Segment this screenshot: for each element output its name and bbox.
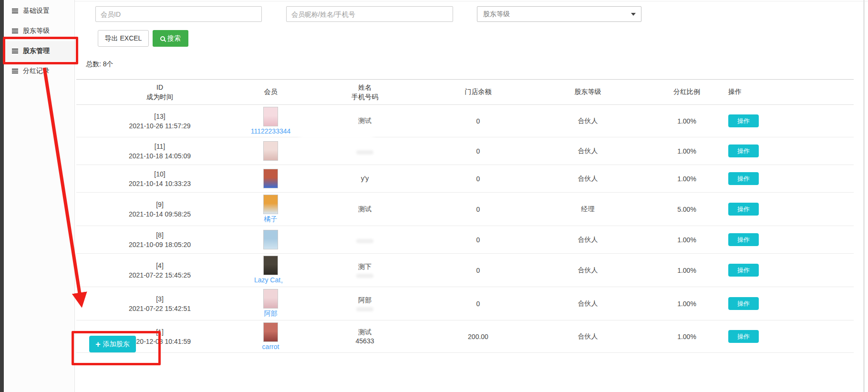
member-avatar — [263, 230, 278, 249]
table-header-row: ID成为时间 会员 姓名手机号码 门店余额 股东等级 分红比例 操作 — [76, 79, 854, 105]
shareholder-table: ID成为时间 会员 姓名手机号码 门店余额 股东等级 分红比例 操作 [13] … — [76, 79, 854, 353]
member-name-value: y'y — [298, 174, 432, 183]
member-id-input[interactable] — [95, 6, 262, 22]
sidebar-item-label: 股东等级 — [23, 27, 50, 35]
shareholder-management-page: 基础设置 股东等级 股东管理 分红记录 股东等级 导出 EXCEL 搜索 总数:… — [0, 0, 868, 392]
member-name-value: 测下 — [298, 262, 432, 271]
cell-balance: 200.00 — [432, 333, 525, 340]
member-nickname-link[interactable]: 11122233344 — [243, 127, 298, 135]
row-action-button[interactable]: 操作 — [728, 203, 759, 216]
list-menu-icon — [12, 69, 18, 70]
cell-balance: 0 — [432, 175, 525, 183]
member-avatar — [263, 256, 278, 275]
member-name-value: 测试 — [298, 328, 432, 337]
member-avatar — [263, 169, 278, 188]
member-id-value: [1] — [76, 327, 243, 337]
row-action-button[interactable]: 操作 — [728, 172, 759, 185]
col-header-ratio: 分红比例 — [651, 88, 723, 96]
member-name-value: 测试 — [298, 205, 432, 214]
member-avatar — [263, 289, 278, 309]
cell-action: 操作 — [723, 330, 854, 343]
cell-ratio: 1.00% — [651, 267, 723, 274]
sidebar-item-2[interactable]: 股东管理 — [4, 41, 74, 61]
member-nickname-link[interactable]: carrot — [243, 343, 298, 351]
cell-ratio: 1.00% — [651, 236, 723, 244]
cell-balance: 0 — [432, 267, 525, 274]
redacted-smudge — [356, 307, 373, 311]
sidebar-item-0[interactable]: 基础设置 — [4, 1, 74, 21]
sidebar-item-1[interactable]: 股东等级 — [4, 21, 74, 41]
sidebar: 基础设置 股东等级 股东管理 分红记录 — [4, 0, 75, 392]
cell-member: 橘子 — [243, 195, 298, 224]
member-id-value: [13] — [76, 112, 243, 121]
add-shareholder-button[interactable]: + 添加股东 — [89, 336, 136, 352]
cell-name: 测下 — [298, 262, 432, 278]
cell-member — [243, 169, 298, 188]
table-row: [13] 2021-10-26 11:57:29 11122233344 测试 … — [76, 105, 854, 137]
add-shareholder-label: 添加股东 — [103, 340, 130, 349]
list-menu-icon — [12, 9, 18, 10]
cell-level: 合伙人 — [525, 117, 651, 125]
sidebar-item-3[interactable]: 分红记录 — [4, 61, 74, 81]
col-header-action: 操作 — [723, 88, 854, 96]
col-header-id: ID成为时间 — [76, 83, 243, 102]
table-row: [9] 2021-10-14 09:58:25 橘子 测试 0 经理 5.00%… — [76, 193, 854, 226]
sidebar-item-label: 基础设置 — [23, 7, 50, 15]
member-avatar — [263, 141, 278, 161]
row-action-button[interactable]: 操作 — [728, 297, 759, 310]
row-action-button[interactable]: 操作 — [728, 144, 759, 157]
table-row: [4] 2021-07-22 15:45:25 Lazy Cat。 测下 0 合… — [76, 254, 854, 287]
member-id-value: [8] — [76, 230, 243, 240]
cell-id-time: [13] 2021-10-26 11:57:29 — [76, 112, 243, 131]
level-select-value: 股东等级 — [483, 10, 510, 19]
member-name-value: 阿部 — [298, 296, 432, 305]
table-row: [10] 2021-10-14 10:33:23 y'y 0 合伙人 1.00%… — [76, 165, 854, 193]
redacted-smudge — [356, 274, 373, 278]
cell-ratio: 5.00% — [651, 206, 723, 213]
cell-level: 经理 — [525, 205, 651, 214]
col-header-member: 会员 — [243, 88, 298, 96]
cell-id-time: [4] 2021-07-22 15:45:25 — [76, 261, 243, 280]
cell-action: 操作 — [723, 203, 854, 216]
cell-id-time: [10] 2021-10-14 10:33:23 — [76, 169, 243, 188]
member-id-value: [4] — [76, 261, 243, 270]
row-action-button[interactable]: 操作 — [728, 330, 759, 343]
export-excel-button[interactable]: 导出 EXCEL — [98, 30, 149, 47]
member-id-value: [3] — [76, 294, 243, 304]
member-name-value: 测试 — [298, 116, 432, 125]
cell-action: 操作 — [723, 172, 854, 185]
cell-id-time: [11] 2021-10-18 14:05:09 — [76, 142, 243, 161]
cell-level: 合伙人 — [525, 332, 651, 341]
cell-name: 测试 — [298, 205, 432, 214]
row-action-button[interactable]: 操作 — [728, 264, 759, 277]
cell-name: y'y — [298, 174, 432, 183]
table-body: [13] 2021-10-26 11:57:29 11122233344 测试 … — [76, 105, 854, 353]
col-header-level: 股东等级 — [525, 88, 651, 96]
cell-level: 合伙人 — [525, 236, 651, 244]
row-action-button[interactable]: 操作 — [728, 233, 759, 246]
list-menu-icon — [12, 29, 18, 30]
join-time-value: 2021-07-22 15:42:51 — [76, 304, 243, 313]
cell-action: 操作 — [723, 144, 854, 157]
cell-level: 合伙人 — [525, 147, 651, 155]
cell-name — [298, 148, 432, 155]
member-nickname-link[interactable]: Lazy Cat。 — [243, 276, 298, 285]
member-avatar — [263, 195, 278, 214]
level-select[interactable]: 股东等级 — [477, 6, 641, 22]
content-top-divider — [75, 1, 868, 1]
cell-id-time: [3] 2021-07-22 15:42:51 — [76, 294, 243, 313]
member-nickname-link[interactable]: 阿部 — [243, 309, 298, 318]
member-nickname-link[interactable]: 橘子 — [243, 215, 298, 224]
cell-ratio: 1.00% — [651, 117, 723, 125]
member-name-input[interactable] — [286, 6, 453, 22]
table-row: [1] 2020-12-08 10:41:59 carrot 测试 45633 … — [76, 320, 854, 353]
list-menu-icon — [12, 49, 18, 50]
row-action-button[interactable]: 操作 — [728, 114, 759, 127]
total-count: 总数: 8个 — [86, 60, 114, 69]
cell-ratio: 1.00% — [651, 175, 723, 183]
search-button-label: 搜索 — [167, 34, 181, 43]
cell-action: 操作 — [723, 233, 854, 246]
cell-name: 测试 — [298, 116, 432, 125]
search-button[interactable]: 搜索 — [153, 30, 188, 47]
sidebar-item-label: 股东管理 — [23, 47, 50, 55]
